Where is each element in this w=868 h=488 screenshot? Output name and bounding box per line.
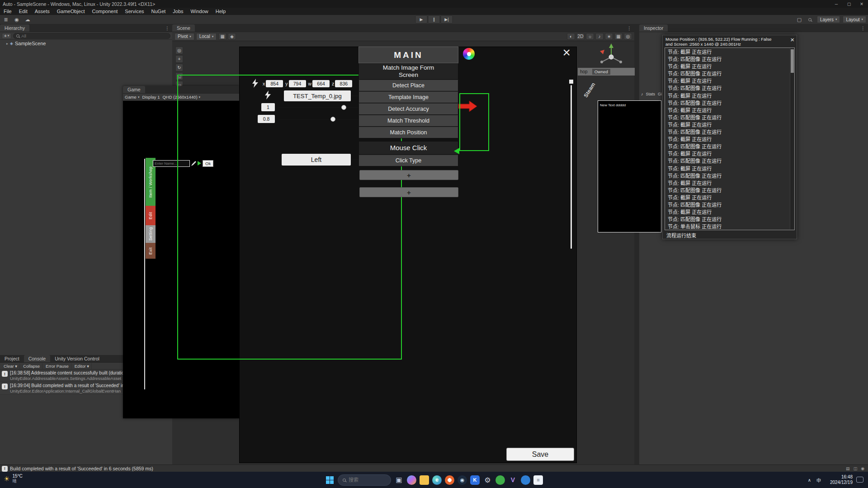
template-image-field[interactable]: TEST_Temp_0.jpg xyxy=(284,90,351,101)
taskbar-clock[interactable]: 16:48 2024/12/19 xyxy=(830,474,853,485)
monitor-icon[interactable]: ▢ xyxy=(795,16,803,23)
dialog-scrollbar-knob[interactable] xyxy=(569,80,573,84)
pause-button[interactable]: ∥ xyxy=(428,15,440,24)
close-button[interactable]: × xyxy=(855,0,868,8)
minimize-button[interactable]: ─ xyxy=(830,0,843,8)
tab-project[interactable]: Project xyxy=(0,355,24,362)
coordinate-field[interactable]: 836 xyxy=(335,80,352,87)
notification-center-icon[interactable] xyxy=(856,477,863,483)
ok-button[interactable]: Ok xyxy=(203,160,213,167)
status-icon[interactable]: ▤ xyxy=(846,466,850,471)
kebab-icon[interactable]: ⋮ xyxy=(162,24,172,32)
console-toolbar-button[interactable]: Error Pause xyxy=(43,363,71,369)
game-menu-item-exit[interactable]: Exit xyxy=(146,243,156,259)
console-toolbar-button[interactable]: Editor ▾ xyxy=(72,363,92,369)
dialog-close-button[interactable]: × xyxy=(562,45,571,60)
edge-icon[interactable]: e xyxy=(432,475,442,485)
tray-expand-icon[interactable]: ∧ xyxy=(808,478,811,483)
kebab-icon[interactable]: ⋮ xyxy=(624,24,634,32)
move-tool-icon[interactable]: + xyxy=(175,55,183,63)
vs-icon[interactable]: V xyxy=(508,475,518,485)
snap-icon[interactable]: ◈ xyxy=(228,33,236,40)
2d-toggle[interactable]: 2D xyxy=(576,33,585,40)
hierarchy-item-samplescene[interactable]: ▸ ◈ SampleScene xyxy=(0,40,172,47)
menu-item[interactable]: NuGet xyxy=(148,8,170,15)
coordinate-field[interactable]: 664 xyxy=(312,80,330,87)
audio-mute-icon[interactable]: ♪ xyxy=(641,92,643,96)
play-button[interactable]: ▶ xyxy=(415,15,428,24)
steam-icon[interactable]: ◉ xyxy=(458,475,467,485)
browser-icon[interactable] xyxy=(445,475,454,485)
account-icon[interactable]: ◉ xyxy=(13,16,21,23)
scale-tool-icon[interactable]: ◱ xyxy=(175,72,183,80)
log-scrollbar[interactable] xyxy=(790,48,794,229)
status-icon[interactable]: ◫ xyxy=(854,466,858,471)
search-icon[interactable] xyxy=(806,16,814,23)
menu-item[interactable]: Component xyxy=(88,8,121,15)
menu-item[interactable]: Jobs xyxy=(169,8,187,15)
console-toolbar-button[interactable]: Collapse xyxy=(21,363,42,369)
threshold-slider-knob[interactable] xyxy=(330,117,335,122)
lighting-icon[interactable]: ☼ xyxy=(586,33,594,40)
layout-dropdown[interactable]: Layout ▾ xyxy=(843,16,866,23)
steam-owned-tab[interactable]: Owned xyxy=(592,69,610,75)
task-view-icon[interactable]: ▣ xyxy=(394,475,404,485)
stats-toggle[interactable]: Stats xyxy=(646,92,655,96)
scene-gizmo[interactable] xyxy=(597,42,625,70)
hierarchy-search[interactable] xyxy=(13,33,170,39)
blue-app-icon[interactable] xyxy=(521,475,530,485)
game-menu-item-edit[interactable]: Edit xyxy=(146,206,156,225)
copilot-icon[interactable] xyxy=(407,475,416,485)
threshold-slider[interactable] xyxy=(278,119,358,120)
tab-console[interactable]: Console xyxy=(24,355,51,362)
cloud-icon[interactable]: ☁ xyxy=(24,16,32,23)
threshold-value-field[interactable]: 0.8 xyxy=(258,115,275,123)
audio-icon[interactable]: ♪ xyxy=(595,33,604,40)
menu-item[interactable]: Window xyxy=(187,8,212,15)
info-icon[interactable]: ! xyxy=(2,466,8,472)
taskbar-search-input[interactable] xyxy=(349,477,386,483)
maximize-button[interactable]: ▢ xyxy=(843,0,855,8)
notes-icon[interactable]: ≡ xyxy=(533,475,543,485)
start-button[interactable] xyxy=(325,475,335,485)
grid-snap-icon[interactable]: ▦ xyxy=(218,33,226,40)
match-image-node[interactable]: Match Image Form Screen Detect PlaceTemp… xyxy=(359,63,458,138)
log-scrollbar-thumb[interactable] xyxy=(791,49,794,73)
tab-scene[interactable]: Scene xyxy=(172,24,195,32)
save-button[interactable]: Save xyxy=(506,448,574,461)
grid-visibility-icon[interactable]: ▦ xyxy=(614,33,623,40)
menu-item[interactable]: Services xyxy=(121,8,147,15)
tab-version-control[interactable]: Unity Version Control xyxy=(50,355,104,362)
gizmos-dropdown[interactable]: Gi xyxy=(658,92,662,96)
view-tool-icon[interactable]: ◎ xyxy=(175,47,183,54)
tab-hierarchy[interactable]: Hierarchy xyxy=(0,24,29,32)
color-wheel-icon[interactable] xyxy=(463,48,475,60)
kebab-icon[interactable]: ⋮ xyxy=(858,24,868,32)
game-mode-dropdown[interactable]: Game ▾ xyxy=(125,95,139,99)
menu-item[interactable]: Help xyxy=(212,8,230,15)
ime-language-indicator[interactable]: 中 xyxy=(816,477,821,483)
display-dropdown[interactable]: Display 1 xyxy=(142,95,160,99)
weather-widget[interactable]: ☀ 15°C 晴 xyxy=(4,474,23,484)
add-node-button[interactable]: + xyxy=(359,170,458,180)
handle-rotation-dropdown[interactable]: Local ▾ xyxy=(196,33,217,40)
file-explorer-icon[interactable] xyxy=(420,475,429,485)
tab-game[interactable]: Game xyxy=(123,86,145,93)
effects-icon[interactable]: ∗ xyxy=(605,33,613,40)
mouse-click-node[interactable]: Mouse Click Click Type xyxy=(359,141,458,166)
expander-icon[interactable]: ▸ xyxy=(6,42,8,46)
shaded-mode-icon[interactable]: ◐ xyxy=(567,33,575,40)
console-toolbar-button[interactable]: Clear ▾ xyxy=(1,363,20,369)
tab-inspector[interactable]: Inspector xyxy=(639,24,668,32)
hierarchy-search-input[interactable] xyxy=(21,33,167,38)
add-object-button[interactable]: + ▾ xyxy=(2,33,11,39)
log-close-button[interactable]: × xyxy=(790,36,794,43)
menu-item[interactable]: File xyxy=(0,8,15,15)
accuracy-value-field[interactable]: 1 xyxy=(261,103,275,111)
resolution-dropdown[interactable]: QHD (2560x1440) ▾ xyxy=(162,95,200,99)
gizmos-icon[interactable]: ◎ xyxy=(624,33,632,40)
k-app-icon[interactable]: K xyxy=(470,475,480,485)
menu-item[interactable]: Assets xyxy=(31,8,53,15)
name-input[interactable] xyxy=(153,160,190,167)
status-icon[interactable]: ◉ xyxy=(861,466,864,471)
